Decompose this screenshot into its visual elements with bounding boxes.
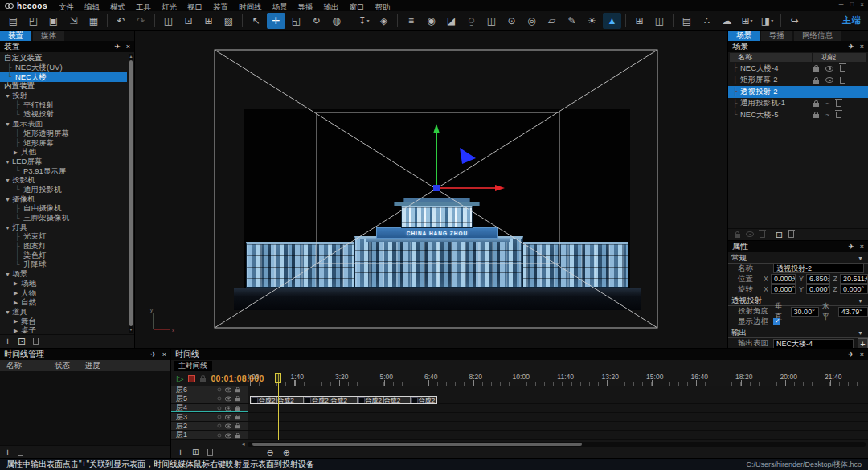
- layer-label[interactable]: 层6: [171, 386, 248, 394]
- lock-icon[interactable]: [813, 103, 819, 107]
- record-button[interactable]: [188, 375, 195, 382]
- menu-item-9[interactable]: 导播: [298, 2, 313, 11]
- chevron-down-icon[interactable]: ▼: [5, 159, 12, 165]
- tree-item-8[interactable]: ├矩形透明屏幕: [0, 129, 134, 139]
- section-perspective[interactable]: 透视投射▼: [728, 296, 868, 306]
- scene-row-1[interactable]: ├矩形屏幕-2: [728, 75, 868, 87]
- tree-item-27[interactable]: ▼道具: [0, 308, 134, 317]
- gobo-light-icon[interactable]: ☀: [583, 13, 601, 29]
- tree-item-4[interactable]: ▼投射: [0, 92, 134, 101]
- tree-item-17[interactable]: └三脚架摄像机: [0, 214, 134, 223]
- close-icon[interactable]: ×: [860, 350, 864, 358]
- output-exit-icon[interactable]: ↪: [785, 13, 804, 29]
- trash-icon[interactable]: [836, 100, 841, 107]
- scene-row-4[interactable]: └NEC大楼-5~: [728, 109, 868, 121]
- tree-item-20[interactable]: ├图案灯: [0, 242, 134, 251]
- chevron-right-icon[interactable]: ▶: [14, 318, 21, 325]
- minimize-button[interactable]: ─: [839, 1, 844, 8]
- scroll-up-icon[interactable]: ▲: [129, 54, 133, 59]
- layer-lane[interactable]: [248, 431, 868, 439]
- trash-icon[interactable]: [836, 112, 841, 118]
- layer-label[interactable]: 层3: [171, 413, 248, 421]
- tree-item-21[interactable]: ├染色灯: [0, 251, 134, 260]
- playhead-handle[interactable]: [275, 373, 281, 383]
- scroll-down-icon[interactable]: ▼: [129, 327, 133, 333]
- play-button[interactable]: ▷: [177, 374, 183, 384]
- trash-icon[interactable]: [840, 65, 845, 72]
- move-tool-icon[interactable]: ✛: [267, 13, 285, 29]
- chevron-right-icon[interactable]: ▶: [14, 149, 21, 156]
- layer-label[interactable]: 层5: [171, 394, 248, 403]
- chevron-down-icon[interactable]: ▼: [5, 178, 12, 183]
- notes-list-icon[interactable]: ≡: [402, 13, 420, 29]
- tracker-icon[interactable]: ◎: [522, 13, 541, 29]
- node-group-icon[interactable]: ∴: [698, 13, 716, 29]
- undo-icon[interactable]: ↶: [112, 13, 130, 29]
- tree-item-3[interactable]: 内置装置: [0, 82, 134, 92]
- delete-layer-button[interactable]: [207, 449, 213, 456]
- tree-item-22[interactable]: └升降球: [0, 260, 134, 270]
- menu-item-10[interactable]: 输出: [324, 2, 339, 11]
- redo-icon[interactable]: ↷: [132, 13, 150, 29]
- menu-item-2[interactable]: 模式: [110, 2, 125, 11]
- menu-item-4[interactable]: 灯光: [162, 2, 177, 11]
- add-clip-button[interactable]: ⊞: [192, 448, 199, 457]
- camera-view-icon[interactable]: ◪: [442, 13, 461, 29]
- grid-icon[interactable]: ⊞: [199, 13, 218, 29]
- menu-item-5[interactable]: 视口: [187, 2, 203, 11]
- tree-item-0[interactable]: 自定义装置: [0, 54, 134, 63]
- clip-6[interactable]: 合成2: [411, 397, 436, 403]
- tab-right-1[interactable]: 导播: [761, 31, 792, 41]
- dot-icon[interactable]: [218, 424, 222, 428]
- tree-item-12[interactable]: └P3.91显示屏: [0, 166, 134, 176]
- timeline-layer-层3[interactable]: 层3: [171, 413, 868, 422]
- section-output[interactable]: 输出▼: [728, 329, 868, 338]
- timeline-ruler[interactable]: 0:001:403:205:006:408:2010:0011:4013:201…: [248, 371, 868, 386]
- chevron-right-icon[interactable]: ▶: [14, 300, 21, 306]
- eye-icon[interactable]: [825, 66, 833, 72]
- add-layer-button[interactable]: +: [178, 448, 183, 457]
- tree-item-2[interactable]: └NEC大楼: [0, 72, 127, 82]
- menu-item-7[interactable]: 时间线: [239, 2, 262, 11]
- timeline-layer-层2[interactable]: 层2: [171, 422, 868, 431]
- stereo-camera-icon[interactable]: ◫: [482, 13, 501, 29]
- tree-item-28[interactable]: ▶舞台: [0, 317, 134, 326]
- pin-icon[interactable]: ✈: [150, 350, 157, 358]
- lock-icon[interactable]: [813, 114, 819, 118]
- tree-item-18[interactable]: ▼灯具: [0, 223, 134, 232]
- eye-icon[interactable]: [225, 424, 231, 429]
- focus-frame-icon[interactable]: ⊙: [502, 13, 521, 29]
- menu-item-3[interactable]: 工具: [136, 2, 151, 11]
- menu-item-8[interactable]: 场景: [272, 2, 288, 11]
- dot-icon[interactable]: [218, 388, 222, 392]
- lock-icon[interactable]: [735, 234, 740, 238]
- lock-icon[interactable]: [235, 416, 240, 419]
- dot-icon[interactable]: [218, 397, 222, 401]
- link-surface-button[interactable]: ⊡: [18, 337, 26, 346]
- clip-1[interactable]: 合成2: [277, 397, 304, 403]
- show-border-checkbox[interactable]: [773, 318, 780, 325]
- position-y-field[interactable]: 6.850米: [806, 274, 829, 284]
- chevron-right-icon[interactable]: ▶: [14, 280, 21, 287]
- zoom-out-icon[interactable]: ⊖: [266, 448, 273, 458]
- pin-icon[interactable]: ✈: [114, 43, 121, 51]
- tree-item-1[interactable]: ├NEC大楼(UV): [0, 63, 134, 73]
- lock-icon[interactable]: [235, 426, 240, 429]
- fps-monitor-icon[interactable]: ◫: [650, 13, 669, 29]
- eye-icon[interactable]: [825, 77, 833, 83]
- close-icon[interactable]: ×: [126, 43, 130, 51]
- delete-object-button[interactable]: [788, 231, 794, 238]
- scale-tool-icon[interactable]: ◱: [287, 13, 305, 29]
- weather-icon[interactable]: ☁: [718, 13, 736, 29]
- position-x-field[interactable]: 0.000米: [771, 274, 796, 284]
- rotation-y-field[interactable]: 0.000°: [806, 284, 829, 294]
- lock-icon[interactable]: [235, 389, 240, 392]
- tree-item-19[interactable]: ├光束灯: [0, 232, 134, 242]
- tree-item-5[interactable]: ├平行投射: [0, 100, 134, 110]
- column-name[interactable]: 名称: [730, 53, 812, 62]
- output-surface-field[interactable]: NEC大楼-4: [773, 339, 854, 348]
- tree-item-6[interactable]: └透视投射: [0, 110, 134, 120]
- tree-item-13[interactable]: ▼投影机: [0, 176, 134, 186]
- maximize-button[interactable]: □: [850, 1, 854, 8]
- rotation-z-field[interactable]: 0.000°: [840, 284, 868, 294]
